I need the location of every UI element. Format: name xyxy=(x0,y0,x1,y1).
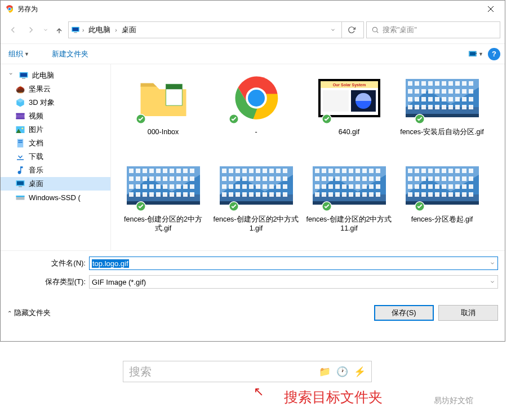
svg-rect-68 xyxy=(469,89,473,94)
close-button[interactable] xyxy=(478,1,504,17)
svg-rect-194 xyxy=(315,176,319,181)
svg-rect-251 xyxy=(421,184,426,189)
file-item[interactable]: 000-Inbox xyxy=(117,70,210,157)
file-label: fences-创建分区的2中方式11.gif xyxy=(303,214,396,233)
svg-rect-189 xyxy=(349,169,353,173)
svg-rect-149 xyxy=(222,176,226,181)
search-box[interactable]: 搜索"桌面" xyxy=(366,21,500,38)
svg-line-10 xyxy=(377,32,379,33)
hide-folders-toggle[interactable]: ⌃隐藏文件夹 xyxy=(7,308,51,318)
up-button[interactable] xyxy=(52,23,66,37)
svg-rect-107 xyxy=(149,176,154,181)
sidebar-item-3d[interactable]: 3D 对象 xyxy=(1,96,110,109)
filename-input[interactable]: top.logo.gif xyxy=(89,257,498,270)
svg-rect-236 xyxy=(455,169,460,173)
svg-rect-133 xyxy=(190,192,194,197)
breadcrumb-root[interactable]: 此电脑 xyxy=(86,25,113,35)
svg-rect-103 xyxy=(190,169,194,173)
toolbar: 组织 ▼ 新建文件夹 ▼ ? xyxy=(1,43,505,64)
breadcrumb-current[interactable]: 桌面 xyxy=(119,25,139,35)
svg-rect-116 xyxy=(143,184,147,189)
svg-rect-267 xyxy=(462,192,466,197)
folder-heart-icon[interactable]: 📁 xyxy=(319,366,331,378)
file-item[interactable]: - xyxy=(210,70,303,157)
forward-button[interactable] xyxy=(23,22,39,38)
svg-rect-83 xyxy=(435,105,439,109)
body-area: 此电脑 🌰坚果云 3D 对象 视频 图片 文档 下载 音乐 桌面 Windows… xyxy=(1,64,505,250)
svg-rect-257 xyxy=(462,184,466,189)
file-label: fences-分区卷起.gif xyxy=(409,214,476,224)
svg-rect-171 xyxy=(235,192,240,197)
address-dropdown[interactable] xyxy=(327,25,339,35)
svg-rect-82 xyxy=(428,105,433,109)
svg-rect-117 xyxy=(149,184,154,189)
sidebar-item-jianguoyun[interactable]: 🌰坚果云 xyxy=(1,82,110,96)
filetype-label: 保存类型(T): xyxy=(7,277,89,287)
svg-rect-118 xyxy=(156,184,161,189)
dialog-title: 另存为 xyxy=(17,5,38,14)
svg-rect-223 xyxy=(376,192,380,197)
svg-rect-94 xyxy=(129,169,134,173)
svg-rect-57 xyxy=(462,81,466,86)
svg-rect-58 xyxy=(469,81,473,86)
chevron-down-icon[interactable] xyxy=(490,258,495,268)
filetype-select[interactable]: GIF Image (*.gif) xyxy=(89,275,498,289)
sidebar-item-downloads[interactable]: 下载 xyxy=(1,150,110,163)
view-menu[interactable]: ▼ xyxy=(469,48,483,60)
svg-rect-184 xyxy=(315,169,319,173)
file-label: fences-创建分区的2中方式.gif xyxy=(117,214,210,233)
svg-rect-213 xyxy=(376,184,380,189)
file-item[interactable]: fences-分区卷起.gif xyxy=(396,157,488,245)
svg-rect-70 xyxy=(415,97,419,101)
sidebar-item-documents[interactable]: 文档 xyxy=(1,136,110,150)
refresh-button[interactable] xyxy=(341,22,361,38)
svg-rect-30 xyxy=(16,196,25,197)
svg-rect-241 xyxy=(421,176,426,181)
back-button[interactable] xyxy=(5,22,21,38)
file-item[interactable]: fences-安装后自动分区.gif xyxy=(396,70,488,157)
sidebar-item-desktop[interactable]: 桌面 xyxy=(1,177,110,191)
file-item[interactable]: Our Solar System640.gif xyxy=(303,70,396,157)
external-search-box[interactable]: 搜索 📁 🕐 ⚡ xyxy=(123,361,372,382)
svg-rect-19 xyxy=(16,118,25,119)
sidebar-item-windows-ssd[interactable]: Windows-SSD ( xyxy=(1,191,110,204)
new-folder-button[interactable]: 新建文件夹 xyxy=(48,47,92,61)
svg-rect-79 xyxy=(408,105,412,109)
file-item[interactable]: fences-创建分区的2中方式1.gif xyxy=(210,157,303,245)
svg-rect-95 xyxy=(136,169,140,173)
sidebar-item-this-pc[interactable]: 此电脑 xyxy=(1,69,110,82)
picture-icon xyxy=(15,125,25,135)
bottom-form: 文件名(N): top.logo.gif 保存类型(T): GIF Image … xyxy=(1,250,505,297)
navbar: › 此电脑 › 桌面 搜索"桌面" xyxy=(1,20,505,40)
svg-rect-172 xyxy=(242,192,247,197)
sidebar-item-pictures[interactable]: 图片 xyxy=(1,123,110,136)
svg-rect-59 xyxy=(408,89,412,94)
svg-rect-99 xyxy=(163,169,167,173)
svg-rect-202 xyxy=(369,176,374,181)
sidebar-item-music[interactable]: 音乐 xyxy=(1,163,110,177)
svg-rect-237 xyxy=(462,169,466,173)
svg-rect-222 xyxy=(369,192,374,197)
svg-rect-156 xyxy=(269,176,274,181)
svg-rect-25 xyxy=(18,142,23,143)
svg-rect-256 xyxy=(455,184,460,189)
organize-menu[interactable]: 组织 ▼ xyxy=(5,47,33,61)
sidebar-item-videos[interactable]: 视频 xyxy=(1,109,110,123)
file-item[interactable]: fences-创建分区的2中方式11.gif xyxy=(303,157,396,245)
cancel-button[interactable]: 取消 xyxy=(438,305,498,321)
history-dropdown[interactable] xyxy=(41,27,50,33)
address-bar[interactable]: › 此电脑 › 桌面 xyxy=(68,21,364,38)
svg-rect-115 xyxy=(136,184,140,189)
save-button[interactable]: 保存(S) xyxy=(374,305,434,321)
chevron-down-icon[interactable] xyxy=(490,277,495,287)
clock-icon[interactable]: 🕐 xyxy=(336,366,348,378)
svg-rect-121 xyxy=(176,184,181,189)
file-item[interactable]: fences-创建分区的2中方式.gif xyxy=(117,157,210,245)
lightning-icon[interactable]: ⚡ xyxy=(354,366,366,378)
help-button[interactable]: ? xyxy=(488,48,500,60)
svg-rect-67 xyxy=(462,89,466,94)
thumbnail xyxy=(396,70,488,126)
svg-rect-260 xyxy=(415,192,419,197)
document-icon xyxy=(15,138,25,148)
svg-rect-72 xyxy=(428,97,433,101)
